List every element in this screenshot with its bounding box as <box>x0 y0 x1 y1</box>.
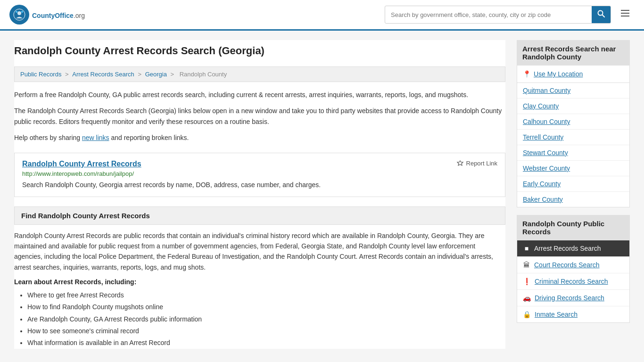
logo-icon <box>9 5 29 25</box>
inmate-search-link[interactable]: Inmate Search <box>535 311 578 318</box>
public-records-list: ■ Arrest Records Search 🏛 Court Records … <box>517 240 630 323</box>
breadcrumb-sep3: > <box>171 71 176 78</box>
record-url[interactable]: http://www.interopweb.com/rabun/jailpop/ <box>22 170 497 177</box>
content-area: Randolph County Arrest Records Search (G… <box>14 40 505 349</box>
hamburger-menu[interactable] <box>616 6 635 24</box>
report-link[interactable]: Report Link <box>456 160 497 167</box>
sidebar-item-clay: Clay County <box>517 99 629 114</box>
header-right <box>385 6 635 24</box>
site-header: CountyOffice.org <box>0 0 644 31</box>
clay-county-link[interactable]: Clay County <box>523 102 559 110</box>
pub-record-court[interactable]: 🏛 Court Records Search <box>517 257 629 273</box>
description-2: The Randolph County Arrest Records Searc… <box>14 106 505 127</box>
arrest-icon: ■ <box>523 245 530 252</box>
learn-item: How to find Randolph County mugshots onl… <box>27 301 505 313</box>
court-records-link[interactable]: Court Records Search <box>534 261 600 269</box>
baker-county-link[interactable]: Baker County <box>523 196 563 203</box>
breadcrumb: Public Records > Arrest Records Search >… <box>14 66 505 82</box>
breadcrumb-current: Randolph County <box>180 71 227 78</box>
svg-rect-7 <box>621 13 629 14</box>
pin-icon: 📍 <box>523 70 531 78</box>
svg-point-2 <box>16 11 17 13</box>
sidebar-item-terrell: Terrell County <box>517 130 629 145</box>
driving-records-link[interactable]: Driving Records Search <box>535 294 604 302</box>
desc3-suffix: and reporting broken links. <box>109 134 189 141</box>
find-section-body: Randolph County Arrest Records are publi… <box>14 230 505 273</box>
quitman-county-link[interactable]: Quitman County <box>523 87 570 94</box>
learn-heading: Learn about Arrest Records, including: <box>14 278 505 286</box>
find-section-header: Find Randolph County Arrest Records <box>14 206 505 225</box>
new-links-link[interactable]: new links <box>82 134 109 141</box>
pub-record-arrest[interactable]: ■ Arrest Records Search <box>517 240 629 257</box>
svg-rect-6 <box>621 10 629 11</box>
inmate-icon: 🔒 <box>523 311 531 318</box>
breadcrumb-arrest-records-search[interactable]: Arrest Records Search <box>72 71 134 78</box>
public-records-title: Randolph County Public Records <box>517 215 630 240</box>
search-bar <box>385 6 611 24</box>
breadcrumb-public-records[interactable]: Public Records <box>20 71 61 78</box>
criminal-icon: ❗ <box>523 278 531 285</box>
record-card: Randolph County Arrest Records Report Li… <box>14 153 505 197</box>
court-icon: 🏛 <box>523 261 530 269</box>
description-3: Help others by sharing new links and rep… <box>14 132 505 143</box>
svg-line-5 <box>603 15 605 17</box>
learn-list: Where to get free Arrest Records How to … <box>14 289 505 349</box>
use-location[interactable]: 📍 Use My Location <box>517 66 630 83</box>
driving-icon: 🚗 <box>523 294 531 302</box>
use-location-link[interactable]: Use My Location <box>534 70 583 78</box>
criminal-records-link[interactable]: Criminal Records Search <box>535 278 608 285</box>
sidebar-item-baker: Baker County <box>517 192 629 207</box>
sidebar-item-early: Early County <box>517 176 629 192</box>
sidebar-item-quitman: Quitman County <box>517 83 629 99</box>
public-records-section: Randolph County Public Records ■ Arrest … <box>517 215 630 323</box>
arrest-records-link[interactable]: Arrest Records Search <box>534 245 601 252</box>
desc3-prefix: Help others by sharing <box>14 134 82 141</box>
pub-record-criminal[interactable]: ❗ Criminal Records Search <box>517 273 629 290</box>
calhoun-county-link[interactable]: Calhoun County <box>523 118 570 125</box>
main-container: Randolph County Arrest Records Search (G… <box>0 31 644 358</box>
record-card-header: Randolph County Arrest Records Report Li… <box>22 160 497 168</box>
search-button[interactable] <box>592 6 611 23</box>
breadcrumb-sep2: > <box>138 71 143 78</box>
sidebar-item-stewart: Stewart County <box>517 145 629 161</box>
webster-county-link[interactable]: Webster County <box>523 165 570 172</box>
description-1: Perform a free Randolph County, GA publi… <box>14 90 505 100</box>
pub-record-driving[interactable]: 🚗 Driving Records Search <box>517 290 629 306</box>
nearby-section-title: Arrest Records Search near Randolph Coun… <box>517 40 630 66</box>
sidebar-item-webster: Webster County <box>517 161 629 176</box>
learn-item: What information is available in an Arre… <box>27 337 505 349</box>
pub-record-inmate[interactable]: 🔒 Inmate Search <box>517 306 629 322</box>
terrell-county-link[interactable]: Terrell County <box>523 133 563 141</box>
learn-item: Are Randolph County, GA Arrest Records p… <box>27 313 505 325</box>
learn-item: How to see someone's criminal record <box>27 325 505 337</box>
find-section-title: Find Randolph County Arrest Records <box>21 212 498 220</box>
breadcrumb-sep1: > <box>65 71 70 78</box>
svg-rect-8 <box>621 16 629 16</box>
svg-point-3 <box>21 11 23 13</box>
search-input[interactable] <box>385 8 592 22</box>
sidebar-item-calhoun: Calhoun County <box>517 114 629 130</box>
breadcrumb-georgia[interactable]: Georgia <box>145 71 167 78</box>
logo-area: CountyOffice.org <box>9 5 85 25</box>
sidebar: Arrest Records Search near Randolph Coun… <box>517 40 630 349</box>
nearby-section: Arrest Records Search near Randolph Coun… <box>517 40 630 207</box>
record-title[interactable]: Randolph County Arrest Records <box>22 160 141 168</box>
stewart-county-link[interactable]: Stewart County <box>523 149 568 156</box>
svg-point-1 <box>17 11 21 15</box>
learn-item: Where to get free Arrest Records <box>27 289 505 301</box>
logo-text: CountyOffice.org <box>32 9 85 20</box>
nearby-county-list: Quitman County Clay County Calhoun Count… <box>517 83 630 207</box>
page-title: Randolph County Arrest Records Search (G… <box>14 40 505 60</box>
early-county-link[interactable]: Early County <box>523 180 561 188</box>
report-link-label: Report Link <box>466 160 497 167</box>
record-description: Search Randolph County, Georgia arrest r… <box>22 180 497 190</box>
